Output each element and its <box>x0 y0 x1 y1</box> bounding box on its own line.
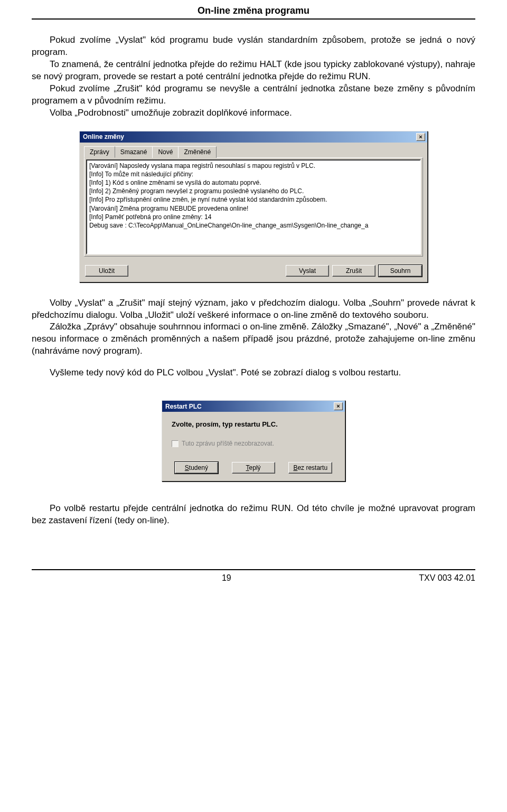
list-item: [Varování] Naposledy vyslana mapa regist… <box>89 162 418 170</box>
cancel-button[interactable]: Zrušit <box>332 265 375 277</box>
body-text-3: Po volbě restartu přejde centrální jedno… <box>32 503 475 527</box>
doc-code: TXV 003 42.01 <box>419 573 475 583</box>
list-item: [Info] 2) Změněný program nevyšel z prog… <box>89 187 418 195</box>
save-button[interactable]: Uložit <box>85 265 128 277</box>
restart-plc-dialog: Restart PLC × Zvolte, prosím, typ restar… <box>162 400 345 481</box>
no-restart-button[interactable]: Bez restartu <box>288 462 332 474</box>
tab-nove[interactable]: Nové <box>152 146 179 158</box>
checkbox-label: Tuto zprávu příště nezobrazovat. <box>182 440 274 447</box>
titlebar[interactable]: Online změny × <box>80 131 427 143</box>
paragraph-6: Záložka „Zprávy" obsahuje souhrnnou info… <box>32 321 475 357</box>
tab-body: [Varování] Naposledy vyslana mapa regist… <box>84 157 423 257</box>
paragraph-1: Pokud zvolíme „Vyslat" kód programu bude… <box>32 34 475 59</box>
send-button[interactable]: Vyslat <box>286 265 329 277</box>
screenshot-restart-plc: Restart PLC × Zvolte, prosím, typ restar… <box>0 400 507 481</box>
message-list[interactable]: [Varování] Naposledy vyslana mapa regist… <box>86 159 421 254</box>
paragraph-5: Volby „Vyslat" a „Zrušit" mají stejný vý… <box>32 297 475 322</box>
tab-smazane[interactable]: Smazané <box>115 146 153 158</box>
screenshot-online-changes: Online změny × Zprávy Smazané Nové Změně… <box>0 131 507 282</box>
warm-restart-button[interactable]: Teplý <box>232 462 275 474</box>
online-changes-dialog: Online změny × Zprávy Smazané Nové Změně… <box>79 131 428 282</box>
titlebar-text: Restart PLC <box>165 403 202 410</box>
paragraph-2: To znamená, že centrální jednotka přejde… <box>32 59 475 83</box>
titlebar[interactable]: Restart PLC × <box>162 401 345 412</box>
tab-strip: Zprávy Smazané Nové Změněné <box>84 146 423 157</box>
close-icon[interactable]: × <box>416 133 425 141</box>
restart-prompt: Zvolte, prosím, typ restartu PLC. <box>172 420 335 428</box>
list-item: Debug save : C:\TecoApp\Manual_OnLineCha… <box>89 221 418 230</box>
page-number: 19 <box>222 573 231 583</box>
list-item: [Info] 1) Kód s online změnami se vysílá… <box>89 178 418 187</box>
paragraph-4: Volba „Podrobnosti" umožňuje zobrazit do… <box>32 107 475 119</box>
body-text-2: Volby „Vyslat" a „Zrušit" mají stejný vý… <box>32 297 475 380</box>
tab-zpravy[interactable]: Zprávy <box>84 146 115 158</box>
dialog-buttons: Uložit Vyslat Zrušit Souhrn <box>80 261 427 282</box>
dialog-buttons: Studený Teplý Bez restartu <box>162 457 345 481</box>
cold-restart-button[interactable]: Studený <box>175 462 218 474</box>
list-item: [Varování] Změna programu NEBUDE provede… <box>89 204 418 213</box>
paragraph-7: Vyšleme tedy nový kód do PLC volbou „Vys… <box>32 367 475 379</box>
page-header: On-line změna programu <box>32 0 475 20</box>
list-item: [Info] Paměť potřebná pro online změny: … <box>89 213 418 221</box>
paragraph-3: Pokud zvolíme „Zrušit" kód programu se n… <box>32 83 475 107</box>
tab-zmenene[interactable]: Změněné <box>178 146 217 158</box>
checkbox-icon[interactable] <box>172 440 179 447</box>
close-icon[interactable]: × <box>334 402 343 410</box>
dialog-body: Zvolte, prosím, typ restartu PLC. Tuto z… <box>162 412 345 457</box>
titlebar-text: Online změny <box>83 133 124 140</box>
paragraph-8: Po volbě restartu přejde centrální jedno… <box>32 503 475 527</box>
list-item: [Info] Pro zpřístupnění online změn, je … <box>89 195 418 204</box>
page-footer: . 19 TXV 003 42.01 <box>32 569 475 583</box>
list-item: [Info] To může mít následující přičiny: <box>89 170 418 178</box>
header-title: On-line změna programu <box>198 5 309 16</box>
summary-button[interactable]: Souhrn <box>379 265 422 277</box>
checkbox-row: Tuto zprávu příště nezobrazovat. <box>172 440 335 447</box>
body-text-1: Pokud zvolíme „Vyslat" kód programu bude… <box>32 34 475 119</box>
